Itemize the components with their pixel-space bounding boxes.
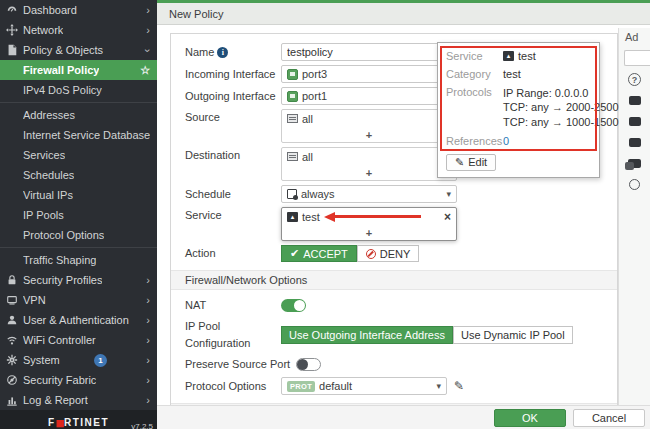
sidebar-item-wifi-controller[interactable]: WiFi Controller › bbox=[0, 330, 157, 350]
page-title-bar: New Policy bbox=[157, 3, 650, 25]
source-entry[interactable]: all × bbox=[282, 110, 456, 127]
sidebar-item-firewall-policy[interactable]: Firewall Policy ☆ bbox=[0, 60, 157, 80]
notification-count-badge: 1 bbox=[94, 354, 107, 367]
service-details-popup: Service ▴test Category test Protocols IP… bbox=[437, 42, 600, 178]
action-row: Action ✔ACCEPT DENY bbox=[185, 245, 603, 262]
sidebar-item-addresses[interactable]: Addresses bbox=[0, 105, 157, 125]
sidebar-item-label: Policy & Objects bbox=[23, 44, 103, 56]
sidebar-item-log-report[interactable]: Log & Report › bbox=[0, 390, 157, 410]
feedback-icon[interactable] bbox=[628, 177, 642, 191]
edit-service-button[interactable]: ✎Edit bbox=[446, 154, 496, 171]
sidebar-item-security-fabric[interactable]: Security Fabric › bbox=[0, 370, 157, 390]
action-segmented-control: ✔ACCEPT DENY bbox=[281, 245, 419, 262]
popup-category-row: Category test bbox=[446, 68, 591, 80]
ippool-segmented-control: Use Outgoing Interface Address Use Dynam… bbox=[281, 326, 573, 344]
notifications-icon[interactable] bbox=[628, 93, 642, 107]
references-count-link[interactable]: 0 bbox=[503, 135, 509, 147]
sidebar-item-traffic-shaping[interactable]: Traffic Shaping bbox=[0, 250, 157, 270]
sidebar-item-label: Schedules bbox=[23, 169, 74, 181]
annotation-arrow bbox=[324, 212, 421, 222]
sidebar-item-label: Log & Report bbox=[23, 394, 88, 406]
cli-console-icon[interactable] bbox=[628, 114, 642, 128]
sidebar-item-services[interactable]: Services bbox=[0, 145, 157, 165]
sidebar-item-dashboard[interactable]: Dashboard › bbox=[0, 0, 157, 20]
cancel-button[interactable]: Cancel bbox=[573, 409, 645, 427]
sidebar-item-label: Protocol Options bbox=[23, 229, 104, 241]
schedule-calendar-icon bbox=[287, 189, 297, 199]
ippool-row: IP Pool Configuration Use Outgoing Inter… bbox=[185, 318, 603, 352]
add-service-button[interactable]: + bbox=[282, 225, 456, 240]
protocol-options-select[interactable]: PROT default ▾ bbox=[281, 377, 447, 395]
use-dynamic-ip-pool-button[interactable]: Use Dynamic IP Pool bbox=[453, 326, 573, 344]
chat-icon[interactable] bbox=[628, 156, 642, 170]
sidebar-item-internet-service-database[interactable]: Internet Service Database bbox=[0, 125, 157, 145]
schedule-value: always bbox=[301, 188, 335, 200]
ippool-label: IP Pool Configuration bbox=[185, 318, 281, 352]
search-box-partial[interactable] bbox=[624, 50, 650, 66]
network-move-icon bbox=[5, 24, 18, 37]
chevron-right-icon: › bbox=[146, 335, 150, 346]
sidebar: Dashboard › Network › Policy & Objects ›… bbox=[0, 0, 157, 429]
tutorial-icon[interactable] bbox=[628, 135, 642, 149]
help-icon[interactable]: ? bbox=[628, 73, 641, 86]
security-fabric-icon bbox=[5, 374, 18, 387]
popup-protocols-label: Protocols bbox=[446, 86, 503, 129]
sidebar-item-system[interactable]: System 1 › bbox=[0, 350, 157, 370]
sidebar-item-protocol-options[interactable]: Protocol Options bbox=[0, 225, 157, 245]
service-multiselect[interactable]: ▴ test × + bbox=[281, 207, 457, 241]
source-label: Source bbox=[185, 109, 281, 126]
destination-value: all bbox=[302, 151, 313, 163]
ok-button[interactable]: OK bbox=[494, 409, 566, 427]
sidebar-item-label: Network bbox=[23, 24, 63, 36]
popup-service-value: test bbox=[518, 50, 536, 62]
sidebar-item-vpn[interactable]: VPN › bbox=[0, 290, 157, 310]
sidebar-item-virtual-ips[interactable]: Virtual IPs bbox=[0, 185, 157, 205]
sidebar-item-label: IPv4 DoS Policy bbox=[23, 84, 102, 96]
service-entry[interactable]: ▴ test × bbox=[282, 208, 456, 225]
service-icon: ▴ bbox=[503, 51, 514, 61]
sidebar-item-ipv4-dos-policy[interactable]: IPv4 DoS Policy bbox=[0, 80, 157, 100]
sidebar-item-security-profiles[interactable]: Security Profiles › bbox=[0, 270, 157, 290]
dropdown-caret-icon: ▾ bbox=[446, 189, 451, 199]
chevron-right-icon: › bbox=[146, 295, 150, 306]
chevron-right-icon: › bbox=[146, 275, 150, 286]
incoming-interface-select[interactable]: port3 ▾ bbox=[281, 65, 457, 83]
sidebar-item-schedules[interactable]: Schedules bbox=[0, 165, 157, 185]
incoming-interface-value: port3 bbox=[302, 68, 327, 80]
fortigate-new-policy-page: Dashboard › Network › Policy & Objects ›… bbox=[0, 0, 650, 429]
preserve-source-port-toggle[interactable] bbox=[296, 358, 321, 371]
remove-icon[interactable]: × bbox=[444, 211, 451, 223]
destination-entry[interactable]: all × bbox=[282, 148, 456, 165]
fortinet-grid-icon: ▦ bbox=[55, 418, 64, 428]
add-destination-button[interactable]: + bbox=[282, 165, 456, 180]
destination-multiselect[interactable]: all × + bbox=[281, 147, 457, 181]
sidebar-item-policy-objects[interactable]: Policy & Objects › bbox=[0, 40, 157, 60]
sidebar-item-user-authentication[interactable]: User & Authentication › bbox=[0, 310, 157, 330]
address-icon bbox=[287, 152, 298, 161]
star-icon[interactable]: ☆ bbox=[140, 64, 150, 77]
lock-icon bbox=[5, 274, 18, 287]
sidebar-item-label: Addresses bbox=[23, 109, 75, 121]
protocol-options-value: default bbox=[319, 380, 352, 392]
name-input[interactable] bbox=[281, 43, 457, 61]
source-multiselect[interactable]: all × + bbox=[281, 109, 457, 143]
nat-toggle[interactable] bbox=[281, 299, 306, 312]
popup-references-label: References bbox=[446, 135, 503, 147]
firewall-network-options-header: Firewall/Network Options bbox=[171, 270, 617, 290]
sidebar-item-network[interactable]: Network › bbox=[0, 20, 157, 40]
check-icon: ✔ bbox=[290, 247, 299, 260]
schedule-label: Schedule bbox=[185, 186, 281, 203]
use-outgoing-interface-address-button[interactable]: Use Outgoing Interface Address bbox=[281, 326, 453, 344]
outgoing-interface-select[interactable]: port1 ▾ bbox=[281, 87, 457, 105]
add-source-button[interactable]: + bbox=[282, 127, 456, 142]
sidebar-item-label: Security Fabric bbox=[23, 374, 96, 386]
prot-badge: PROT bbox=[287, 381, 315, 392]
sidebar-item-ip-pools[interactable]: IP Pools bbox=[0, 205, 157, 225]
chevron-right-icon: › bbox=[146, 5, 150, 16]
sidebar-item-label: Services bbox=[23, 149, 65, 161]
edit-pencil-icon[interactable]: ✎ bbox=[454, 379, 464, 393]
form-footer-bar: OK Cancel bbox=[157, 405, 650, 429]
schedule-select[interactable]: always ▾ bbox=[281, 185, 457, 203]
accept-button[interactable]: ✔ACCEPT bbox=[281, 245, 357, 262]
deny-button[interactable]: DENY bbox=[357, 245, 420, 262]
